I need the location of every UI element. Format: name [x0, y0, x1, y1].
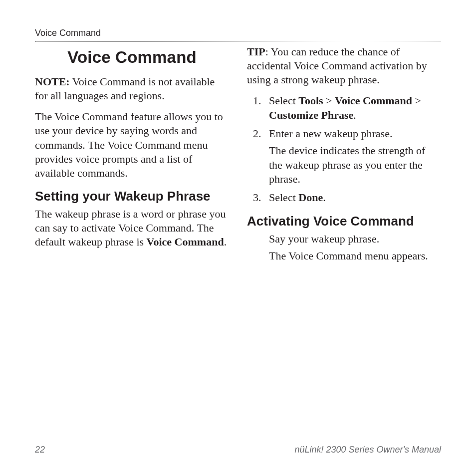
step-1-tools: Tools — [298, 94, 323, 107]
wakeup-intro-b: . — [224, 236, 227, 248]
step-1-end: . — [353, 109, 356, 121]
page: Voice Command Voice Command NOTE: Voice … — [0, 0, 476, 476]
step-1-voice-command: Voice Command — [335, 94, 412, 107]
wakeup-intro: The wakeup phrase is a word or phrase yo… — [35, 207, 229, 249]
section-activating-block: Activating Voice Command Say your wakeup… — [247, 214, 441, 263]
note-paragraph: NOTE: Voice Command is not available for… — [35, 75, 229, 103]
step-1-customize: Customize Phrase — [269, 109, 353, 121]
step-1-sep2: > — [412, 94, 421, 107]
section-activating: Activating Voice Command — [247, 214, 441, 229]
step-3: 3. Select Done. — [269, 191, 441, 205]
activate-b: The Voice Command menu appears. — [269, 249, 441, 263]
wakeup-intro-bold: Voice Command — [147, 236, 224, 248]
footer-text: nüLink! 2300 Series Owner's Manual — [294, 445, 441, 455]
steps-list: 1. Select Tools > Voice Command > Custom… — [247, 94, 441, 205]
step-2: 2. Enter a new wakeup phrase. The device… — [269, 127, 441, 187]
activate-block: Say your wakeup phrase. The Voice Comman… — [247, 232, 441, 263]
step-1: 1. Select Tools > Voice Command > Custom… — [269, 94, 441, 122]
running-head: Voice Command — [35, 28, 441, 42]
footer: 22 nüLink! 2300 Series Owner's Manual — [35, 445, 441, 455]
page-title: Voice Command — [35, 48, 229, 67]
intro-paragraph: The Voice Command feature allows you to … — [35, 110, 229, 180]
step-number: 2. — [253, 127, 261, 141]
activate-a: Say your wakeup phrase. — [269, 232, 441, 246]
step-3-end: . — [323, 191, 326, 204]
step-3-a: Select — [269, 191, 298, 204]
step-2-sub: The device indicates the strength of the… — [269, 144, 441, 187]
page-number: 22 — [35, 445, 45, 455]
section-setting-wakeup: Setting your Wakeup Phrase — [35, 189, 229, 204]
step-1-a: Select — [269, 94, 298, 107]
tip-label: TIP — [247, 45, 265, 58]
step-3-done: Done — [298, 191, 323, 204]
step-number: 1. — [253, 94, 261, 108]
note-label: NOTE: — [35, 75, 70, 88]
step-2-text: Enter a new wakeup phrase. — [269, 127, 392, 140]
tip-paragraph: TIP: You can reduce the chance of accide… — [247, 45, 441, 87]
tip-text: : You can reduce the chance of accidenta… — [247, 45, 427, 86]
step-number: 3. — [253, 191, 261, 205]
step-1-sep1: > — [323, 94, 335, 107]
content-columns: Voice Command NOTE: Voice Command is not… — [35, 45, 441, 270]
